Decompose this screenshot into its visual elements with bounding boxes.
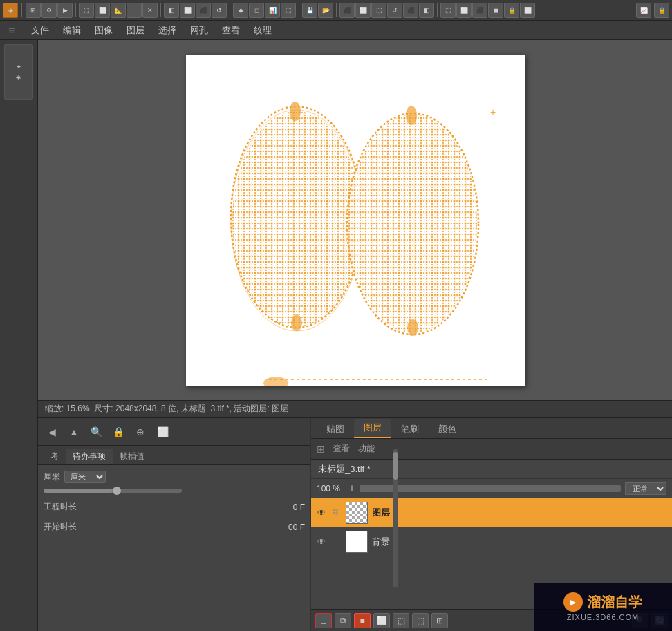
tool15-icon[interactable]: 📂 [318,3,333,18]
tool22-icon[interactable]: ⬚ [440,3,456,18]
left-sidebar: ✦ ◈ [0,40,38,631]
menu-edit[interactable]: 编辑 [60,23,84,38]
layer-thumb-2 [346,531,368,553]
sep7 [437,3,438,17]
menu-select[interactable]: 选择 [156,23,179,38]
opacity-row: 100 % ⬆ 正常 正片叠底 滤色 [311,479,672,498]
tab-颜色[interactable]: 颜色 [429,420,466,438]
chain-icon-2 [332,537,342,547]
separator-1 [21,3,22,17]
menu-file[interactable]: 文件 [28,23,52,38]
tool18-icon[interactable]: ⬚ [371,3,386,18]
layer-btn-vis[interactable]: ⬚ [393,613,409,628]
grid-icon-small: ⊞ [317,444,325,455]
layer-btn-merge[interactable]: ⊞ [431,613,448,628]
tool6-icon[interactable]: ◧ [164,3,179,18]
toolbar-view[interactable]: 查看 [333,443,350,455]
app-logo-icon[interactable]: ◈ [3,3,18,18]
tab-ref[interactable]: 考 [44,449,66,464]
sidebar-icon-1: ✦ [16,63,21,70]
circle-plus-icon[interactable]: ⊕ [132,424,149,440]
tool16-icon[interactable]: ⬛ [339,3,355,18]
watermark-title: 溜溜自学 [587,593,642,612]
scrollbar-thumb[interactable] [393,452,398,480]
bottom-right: 贴图 图层 笔刷 颜色 ⊞ 查看 功能 未标题_3.tif * 100 [311,418,672,631]
tool2-icon[interactable]: ⬜ [95,3,110,18]
tab-贴图[interactable]: 贴图 [317,420,354,438]
tab-笔刷[interactable]: 笔刷 [391,420,429,438]
svg-point-11 [291,314,302,331]
blend-mode-select[interactable]: 正常 正片叠底 滤色 [625,482,666,495]
tool23-icon[interactable]: ⬜ [456,3,472,18]
tool12-icon[interactable]: 📊 [265,3,280,18]
lock-icon[interactable]: 🔒 [654,3,669,18]
menu-texture[interactable]: 纹理 [251,23,274,38]
play-icon[interactable]: ▶ [57,3,73,18]
prop-value-1: 0 F [277,502,305,512]
slider-track[interactable] [44,489,182,493]
layer-btn-new[interactable]: ◻ [315,613,332,628]
tool9-icon[interactable]: ↺ [212,3,227,18]
layer-btn-mask[interactable]: ■ [354,613,371,628]
tool27-icon[interactable]: ⬜ [520,3,535,18]
layer-item-1[interactable]: 👁 ⛓ 图层 [311,498,672,527]
unit-select[interactable]: 厘米 像素 英寸 [64,471,106,483]
slider-thumb[interactable] [113,487,121,495]
layer-name-2: 背景 [372,536,668,548]
center-content: + [38,40,672,631]
sidebar-tool-1[interactable]: ✦ ◈ [4,44,33,100]
bottom-left-toolbar: ◀ ▲ 🔍 🔒 ⊕ ⬜ [38,418,310,446]
tool5-icon[interactable]: ✕ [142,3,158,18]
prop-dots-2 [100,527,269,527]
search-icon[interactable]: 🔍 [88,424,104,440]
tool14-icon[interactable]: 💾 [302,3,317,18]
arrow-left-icon[interactable]: ◀ [44,424,60,440]
chart-icon[interactable]: 📈 [636,3,651,18]
tool20-icon[interactable]: ⬛ [403,3,418,18]
menu-layers[interactable]: 图层 [124,23,147,38]
square-icon[interactable]: ⬜ [154,424,171,440]
arrow-up-icon[interactable]: ▲ [66,424,82,440]
slider-fill [44,489,113,493]
settings-icon[interactable]: ⚙ [41,3,57,18]
tool11-icon[interactable]: ◻ [249,3,264,18]
eye-icon-1[interactable]: 👁 [315,507,328,519]
tool24-icon[interactable]: ⬛ [472,3,487,18]
tool17-icon[interactable]: ⬜ [355,3,371,18]
opacity-arrow: ⬆ [348,484,355,493]
tool21-icon[interactable]: ◧ [419,3,434,18]
tool1-icon[interactable]: ⬚ [79,3,94,18]
opacity-value: 100 % [317,484,344,493]
opacity-bar[interactable] [360,485,621,492]
tool19-icon[interactable]: ↺ [387,3,402,18]
tool7-icon[interactable]: ⬜ [180,3,195,18]
toolbar-icons: ⊞ ⚙ ▶ ⬚ ⬜ 📐 ☷ ✕ ◧ ⬜ ⬛ ↺ ◆ ◻ 📊 ⬚ 💾 📂 ⬛ ⬜ … [26,3,535,18]
status-text: 缩放: 15.6%, 尺寸: 2048x2048, 8 位, 未标题_3.tif… [45,403,288,415]
eye-icon-2[interactable]: 👁 [315,536,328,548]
bottom-left-tabs: 考 待办事项 帧插值 [38,446,310,465]
layer-btn-channel[interactable]: ⬚ [412,613,429,628]
tab-图层[interactable]: 图层 [354,419,391,438]
tool8-icon[interactable]: ⬛ [196,3,211,18]
lock-icon[interactable]: 🔒 [110,424,127,440]
layer-btn-copy[interactable]: ⧉ [335,613,351,628]
tool3-icon[interactable]: 📐 [111,3,126,18]
sep5 [299,3,299,17]
tool26-icon[interactable]: 🔒 [504,3,519,18]
tool10-icon[interactable]: ◆ [233,3,248,18]
layer-btn-delete[interactable]: ⬜ [373,613,390,628]
menu-view[interactable]: 查看 [219,23,243,38]
toolbar-func[interactable]: 功能 [358,443,375,455]
tab-todo[interactable]: 待办事项 [66,449,113,464]
menu-image[interactable]: 图像 [92,23,115,38]
grid-icon[interactable]: ⊞ [26,3,41,18]
tool25-icon[interactable]: ◼ [488,3,503,18]
tab-interp[interactable]: 帧插值 [113,449,151,464]
canvas-area[interactable]: + [38,40,672,400]
prop-label-2: 开始时长 [44,521,92,533]
tool4-icon[interactable]: ☷ [127,3,142,18]
tool13-icon[interactable]: ⬚ [281,3,296,18]
layer-item-2[interactable]: 👁 背景 [311,527,672,556]
menu-mesh[interactable]: 网孔 [187,23,211,38]
unit-label: 厘米 [44,471,60,483]
